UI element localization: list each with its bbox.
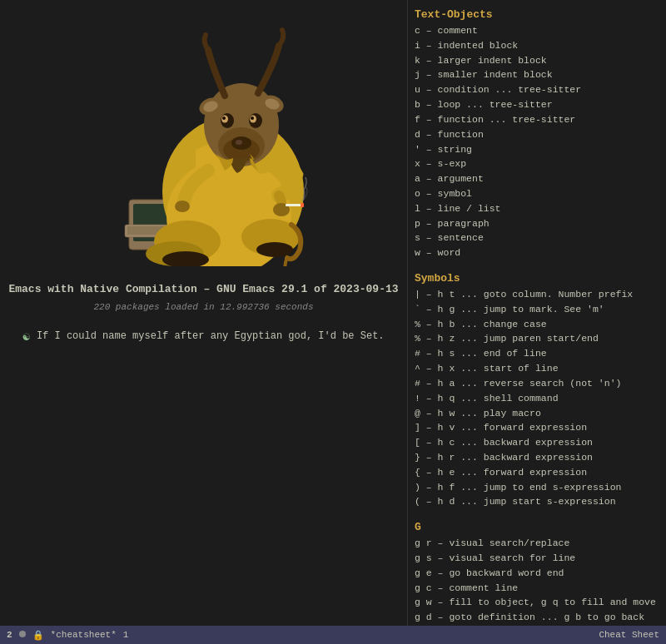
svg-point-15 bbox=[175, 201, 190, 212]
cheatsheet-line: d – function bbox=[415, 127, 659, 142]
emacs-title: Emacs with Native Compilation – GNU Emac… bbox=[8, 283, 398, 295]
status-dot-indicator bbox=[19, 629, 26, 641]
cheatsheet-line: ' – string bbox=[415, 142, 659, 157]
cheatsheet-line: | – h t ... goto column. Number prefix bbox=[415, 287, 659, 302]
cheatsheet-line: ) – h f ... jump to end s-expression bbox=[415, 480, 659, 495]
cheatsheet-line: g c – comment line bbox=[415, 581, 659, 596]
cheatsheet-line: o – symbol bbox=[415, 186, 659, 201]
quote-container: ☯ If I could name myself after any Egypt… bbox=[14, 329, 392, 344]
svg-rect-13 bbox=[286, 204, 302, 206]
cheatsheet-line: l – line / list bbox=[415, 201, 659, 216]
cheatsheet-line: @ – h w ... play macro bbox=[415, 406, 659, 421]
cheatsheet-line: g d – goto definition ... g b to go back bbox=[415, 610, 659, 625]
cheatsheet-line: [ – h c ... backward expression bbox=[415, 435, 659, 450]
cheatsheet-line: s – sentence bbox=[415, 230, 659, 245]
lock-icon: 🔒 bbox=[32, 630, 44, 641]
cheatsheet-line: k – larger indent block bbox=[415, 53, 659, 68]
cheatsheet-line: # – h a ... reverse search (not 'n') bbox=[415, 376, 659, 391]
status-bar: 2 🔒 *cheatsheet* 1 Cheat Sheet bbox=[0, 626, 666, 644]
cheatsheet-line: g r – visual search/replace bbox=[415, 536, 659, 551]
cheatsheet-line: a – argument bbox=[415, 171, 659, 186]
cheatsheet-line: x – s-exp bbox=[415, 156, 659, 171]
gnu-mascot bbox=[79, 17, 329, 266]
cheatsheet-line: b – loop ... tree-sitter bbox=[415, 97, 659, 112]
cheatsheet-line: ] – h v ... forward expression bbox=[415, 420, 659, 435]
cheatsheet-line: ^ – h x ... start of line bbox=[415, 361, 659, 376]
cheatsheet-line: c – comment bbox=[415, 23, 659, 38]
cheatsheet-line: j – smaller indent block bbox=[415, 67, 659, 82]
cheatsheet-line: g e – go backward word end bbox=[415, 566, 659, 581]
cheatsheet-line: ! – h q ... shell command bbox=[415, 391, 659, 406]
svg-rect-14 bbox=[301, 203, 304, 207]
cheatsheet-line: # – h s ... end of line bbox=[415, 346, 659, 361]
cheatsheet-line: g w – fill to object, g q to fill and mo… bbox=[415, 595, 659, 610]
cheatsheet-line: % – h b ... change case bbox=[415, 317, 659, 332]
cheatsheet-line: ( – h d ... jump start s-expression bbox=[415, 494, 659, 509]
svg-point-20 bbox=[236, 140, 242, 145]
status-right-label: Cheat Sheet bbox=[599, 630, 659, 640]
section-title-text-objects: Text-Objects bbox=[415, 8, 659, 21]
quote-text: If I could name myself after any Egyptia… bbox=[37, 329, 385, 344]
cheatsheet-line: { – h e ... forward expression bbox=[415, 465, 659, 480]
cheatsheet-line: f – function ... tree-sitter bbox=[415, 112, 659, 127]
status-filename: *cheatsheet* bbox=[51, 630, 117, 640]
cheatsheet-line: u – condition ... tree-sitter bbox=[415, 82, 659, 97]
status-number: 2 bbox=[7, 630, 12, 640]
cheatsheet-line: g s – visual search for line bbox=[415, 551, 659, 566]
right-panel[interactable]: Text-Objects c – comment i – indented bl… bbox=[408, 0, 666, 626]
cheatsheet-line: p – paragraph bbox=[415, 216, 659, 231]
svg-point-25 bbox=[222, 116, 226, 120]
svg-point-32 bbox=[256, 242, 293, 257]
main-area: Emacs with Native Compilation – GNU Emac… bbox=[0, 0, 666, 626]
section-title-g: G bbox=[415, 521, 659, 533]
status-number2: 1 bbox=[123, 630, 129, 640]
packages-info: 220 packages loaded in 12.992736 seconds bbox=[93, 302, 313, 312]
cheatsheet-line: ` – h g ... jump to mark. See 'm' bbox=[415, 302, 659, 317]
quote-icon: ☯ bbox=[22, 329, 29, 344]
svg-point-26 bbox=[251, 116, 254, 120]
left-panel: Emacs with Native Compilation – GNU Emac… bbox=[0, 0, 408, 626]
cheatsheet-line: } – h r ... backward expression bbox=[415, 450, 659, 465]
cheatsheet-line: i – indented block bbox=[415, 38, 659, 53]
cheatsheet-line: w – word bbox=[415, 245, 659, 260]
section-title-symbols: Symbols bbox=[415, 272, 659, 285]
cheatsheet-line: % – h z ... jump paren start/end bbox=[415, 331, 659, 346]
